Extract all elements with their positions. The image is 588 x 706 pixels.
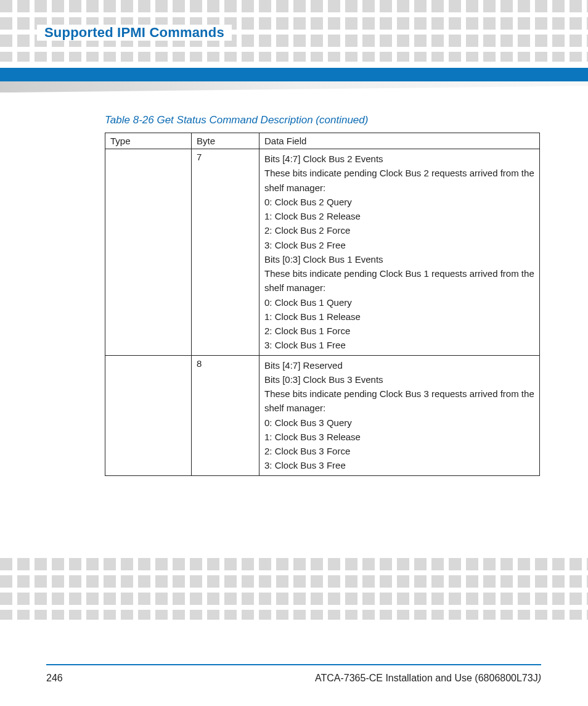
df-line: 3: Clock Bus 2 Free bbox=[264, 238, 534, 252]
col-header-type: Type bbox=[105, 133, 192, 149]
cell-type bbox=[105, 149, 192, 356]
table-row: 8 Bits [4:7] Reserved Bits [0:3] Clock B… bbox=[105, 355, 540, 475]
content-area: Table 8-26 Get Status Command Descriptio… bbox=[105, 114, 540, 476]
df-line: 2: Clock Bus 1 Force bbox=[264, 324, 534, 338]
df-line: Bits [4:7] Reserved bbox=[264, 358, 534, 372]
df-line: 1: Clock Bus 3 Release bbox=[264, 430, 534, 444]
page-title: Supported IPMI Commands bbox=[37, 25, 232, 41]
footer-rule bbox=[46, 664, 541, 665]
table-row: 7 Bits [4:7] Clock Bus 2 Events These bi… bbox=[105, 149, 540, 356]
footer-pattern bbox=[0, 558, 588, 620]
footer: 246 ATCA-7365-CE Installation and Use (6… bbox=[46, 673, 541, 684]
cell-byte: 8 bbox=[192, 355, 259, 475]
df-line: These bits indicate pending Clock Bus 2 … bbox=[264, 166, 534, 195]
df-line: 0: Clock Bus 3 Query bbox=[264, 416, 534, 430]
cell-datafield: Bits [4:7] Reserved Bits [0:3] Clock Bus… bbox=[259, 355, 540, 475]
header-shadow bbox=[0, 81, 588, 92]
doc-title: ATCA-7365-CE Installation and Use (68068… bbox=[315, 673, 541, 684]
table-header-row: Type Byte Data Field bbox=[105, 133, 540, 149]
table-body: 7 Bits [4:7] Clock Bus 2 Events These bi… bbox=[105, 149, 540, 476]
header-blue-bar bbox=[0, 68, 588, 81]
df-line: 2: Clock Bus 2 Force bbox=[264, 223, 534, 237]
col-header-byte: Byte bbox=[192, 133, 259, 149]
df-line: 0: Clock Bus 2 Query bbox=[264, 195, 534, 209]
doc-title-prefix: ATCA-7365-CE Installation and Use (68068… bbox=[315, 673, 538, 683]
page-number: 246 bbox=[46, 673, 63, 684]
df-line: 3: Clock Bus 1 Free bbox=[264, 338, 534, 352]
df-line: 2: Clock Bus 3 Force bbox=[264, 444, 534, 458]
col-header-datafield: Data Field bbox=[259, 133, 540, 149]
status-command-table: Type Byte Data Field 7 Bits [4:7] Clock … bbox=[105, 133, 540, 476]
cell-byte: 7 bbox=[192, 149, 259, 356]
df-line: Bits [0:3] Clock Bus 3 Events bbox=[264, 372, 534, 387]
df-line: These bits indicate pending Clock Bus 3 … bbox=[264, 387, 534, 416]
df-line: Bits [4:7] Clock Bus 2 Events bbox=[264, 152, 534, 166]
table-caption: Table 8-26 Get Status Command Descriptio… bbox=[105, 114, 540, 126]
cell-type bbox=[105, 355, 192, 475]
df-line: 0: Clock Bus 1 Query bbox=[264, 295, 534, 310]
df-line: Bits [0:3] Clock Bus 1 Events bbox=[264, 252, 534, 266]
df-line: 1: Clock Bus 2 Release bbox=[264, 209, 534, 223]
doc-title-suffix: ) bbox=[538, 673, 541, 683]
cell-datafield: Bits [4:7] Clock Bus 2 Events These bits… bbox=[259, 149, 540, 356]
df-line: 1: Clock Bus 1 Release bbox=[264, 310, 534, 324]
df-line: 3: Clock Bus 3 Free bbox=[264, 458, 534, 472]
df-line: These bits indicate pending Clock Bus 1 … bbox=[264, 266, 534, 295]
